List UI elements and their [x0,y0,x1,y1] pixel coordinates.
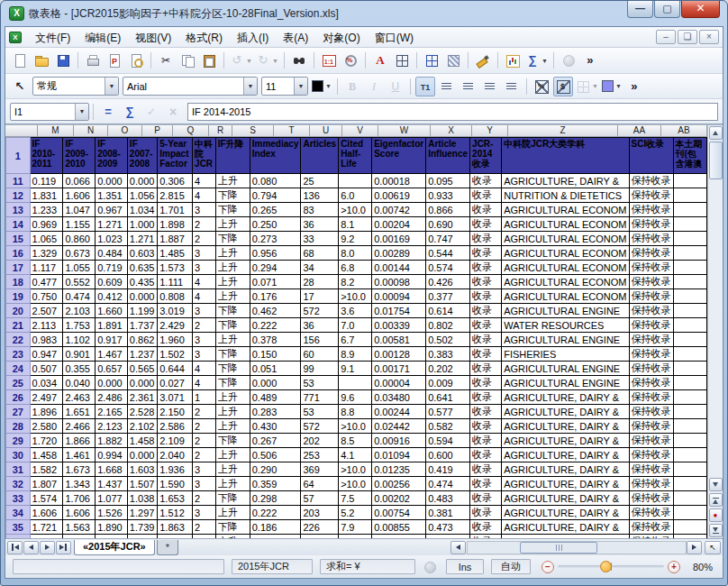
cell[interactable]: 53 [301,376,339,390]
cell[interactable]: 保持收录 [629,362,673,376]
zoom-actual-icon[interactable] [319,50,339,70]
cell[interactable]: 0.222 [250,318,301,333]
italic-icon[interactable] [364,77,384,96]
cell[interactable]: 1.673 [63,462,96,477]
menu-item-表(A)[interactable]: 表(A) [276,30,315,46]
cell[interactable]: AGRICULTURAL ENGINE [502,333,629,347]
style-combo[interactable]: 常规▼ [32,77,119,96]
cut-icon[interactable] [156,50,176,70]
cell[interactable]: 2 [193,520,216,535]
cell[interactable]: 保持收录 [629,448,673,462]
cell[interactable]: 0.00244 [372,405,426,419]
cell[interactable]: 收录 [470,376,502,390]
mdi-close-button[interactable]: × [699,30,719,44]
cell[interactable]: 1.603 [127,462,157,477]
underline-icon[interactable] [386,77,405,96]
cell[interactable]: 53 [301,405,339,419]
cell[interactable]: 0.808 [158,289,193,304]
cell[interactable]: 3 [193,506,216,520]
previous-page-icon[interactable] [709,493,723,507]
size-combo-dropdown-icon[interactable]: ▼ [294,78,307,95]
cell[interactable]: 0.462 [250,304,301,318]
cell[interactable]: JCR-2014收录 [470,138,502,174]
column-header-W[interactable]: W [378,125,431,137]
cell[interactable]: 上升 [215,333,250,347]
cell[interactable]: 1.896 [30,405,63,419]
cell[interactable]: >10.0 [339,289,372,304]
cell[interactable]: 2.466 [63,419,96,434]
menu-item-格式(R)[interactable]: 格式(R) [178,30,230,46]
cell[interactable]: 33 [301,232,339,246]
row-header-35[interactable]: 35 [6,520,31,535]
text-orientation-icon[interactable] [415,77,435,96]
cell[interactable]: 1.056 [127,188,157,203]
cell[interactable] [673,347,706,362]
cell[interactable]: 3.071 [158,390,193,405]
cell[interactable]: 0.267 [250,434,301,448]
cell[interactable]: 0.377 [426,289,470,304]
cell[interactable]: 保持收录 [629,232,673,246]
cell[interactable]: 0.00171 [372,362,426,376]
row-header-24[interactable]: 24 [6,362,31,376]
cell[interactable]: 1.055 [63,261,96,275]
cell[interactable]: 0.690 [426,217,470,232]
style-combo-dropdown-icon[interactable]: ▼ [105,78,118,95]
cell[interactable]: 0.273 [250,232,301,246]
cell[interactable]: 253 [301,448,339,462]
cell[interactable]: 1.653 [158,491,193,506]
confirm-entry-button[interactable] [141,102,161,122]
cell[interactable]: 1.077 [96,491,128,506]
cell[interactable]: 0.552 [63,275,96,289]
cell[interactable]: 1.271 [96,217,128,232]
cell[interactable]: 收录 [470,419,502,434]
row-header-25[interactable]: 25 [6,376,31,390]
formula-input[interactable] [187,103,718,121]
row-header-20[interactable]: 20 [6,304,31,318]
cell[interactable]: 1.458 [127,434,157,448]
cell[interactable]: AGRICULTURE, DAIRY & [502,477,629,491]
cell[interactable]: 9.1 [339,362,372,376]
cancel-entry-button[interactable] [163,102,183,122]
cell[interactable]: 收录 [470,390,502,405]
cell[interactable]: 保持收录 [629,174,673,188]
row-header-31[interactable]: 31 [6,462,31,477]
cell[interactable]: 1.233 [30,203,63,217]
cell[interactable]: 1.737 [127,318,157,333]
cell[interactable]: 2 [193,419,216,434]
auto-mode-toggle[interactable]: 自动 [491,559,531,574]
cell[interactable]: 1.512 [158,506,193,520]
redo-icon[interactable]: ▼ [255,50,279,70]
cell[interactable]: 572 [301,419,339,434]
close-button[interactable]: ✕ [681,1,720,18]
print-icon[interactable] [83,50,103,70]
currency-format-icon[interactable] [553,77,573,96]
cell[interactable]: 0.00581 [372,333,426,347]
cell[interactable]: 1.271 [127,232,157,246]
cell[interactable]: 下降 [215,520,250,535]
cell[interactable]: 1.507 [127,477,157,491]
cell[interactable]: IF 2007-2008 [127,138,157,174]
cell[interactable]: 保持收录 [629,419,673,434]
cell[interactable]: 156 [301,333,339,347]
cell[interactable]: 保持收录 [629,304,673,318]
menu-item-视图(V)[interactable]: 视图(V) [128,30,178,46]
cell[interactable]: 上升 [215,462,250,477]
cell[interactable]: 1.461 [63,448,96,462]
cell[interactable]: 226 [301,520,339,535]
column-header-Q[interactable]: Q [173,125,209,137]
open-file-icon[interactable] [32,50,51,70]
cell[interactable]: 0.473 [426,520,470,535]
cell[interactable]: 1.606 [63,188,96,203]
cell[interactable]: 83 [301,203,339,217]
cell[interactable]: IF升降 [215,138,250,174]
cell[interactable]: 上升 [215,506,250,520]
cell[interactable]: 上升 [215,477,250,491]
cell[interactable] [673,376,706,390]
cell[interactable]: 保持收录 [629,203,673,217]
cell[interactable]: 保持收录 [629,434,673,448]
align-right-icon[interactable] [480,77,500,96]
cell[interactable]: 保持收录 [629,520,673,535]
row-header-30[interactable]: 30 [6,448,31,462]
equal-sign-button[interactable] [98,102,118,122]
cell[interactable]: 1.668 [96,462,128,477]
